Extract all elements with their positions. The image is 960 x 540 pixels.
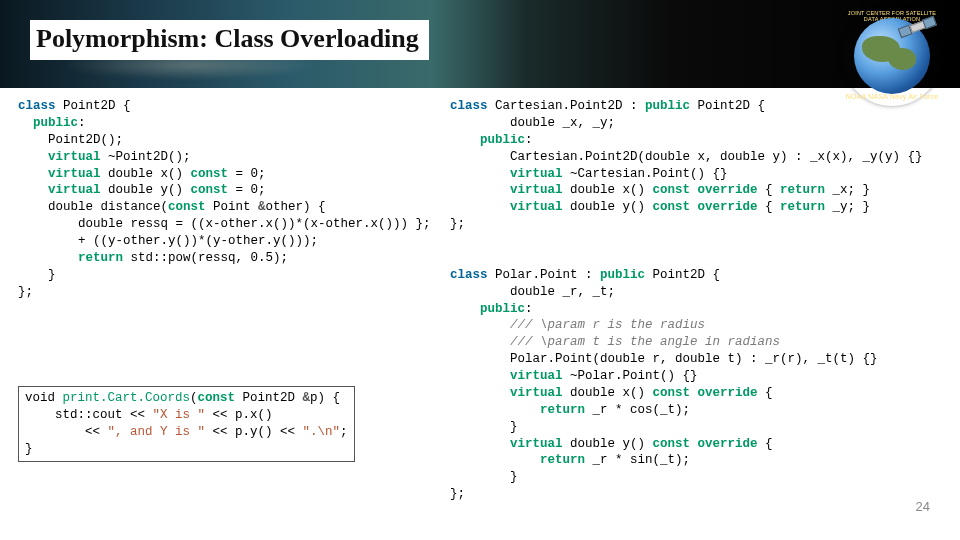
code-derived: class Cartesian.Point2D : public Point2D…	[450, 98, 950, 503]
code-point2d: class Point2D { public: Point2D(); virtu…	[18, 98, 438, 301]
slide-content: class Point2D { public: Point2D(); virtu…	[0, 98, 960, 528]
page-number: 24	[916, 499, 930, 514]
slide-banner: Polymorphism: Class Overloading JOINT CE…	[0, 0, 960, 88]
code-print-box: void print.Cart.Coords(const Point2D &p)…	[18, 386, 355, 462]
code-print-fn: void print.Cart.Coords(const Point2D &p)…	[25, 390, 348, 458]
jcsda-logo: JOINT CENTER FOR SATELLITE DATA ASSIMILA…	[842, 6, 942, 106]
title-box: Polymorphism: Class Overloading	[30, 20, 429, 60]
slide-title: Polymorphism: Class Overloading	[36, 24, 419, 53]
